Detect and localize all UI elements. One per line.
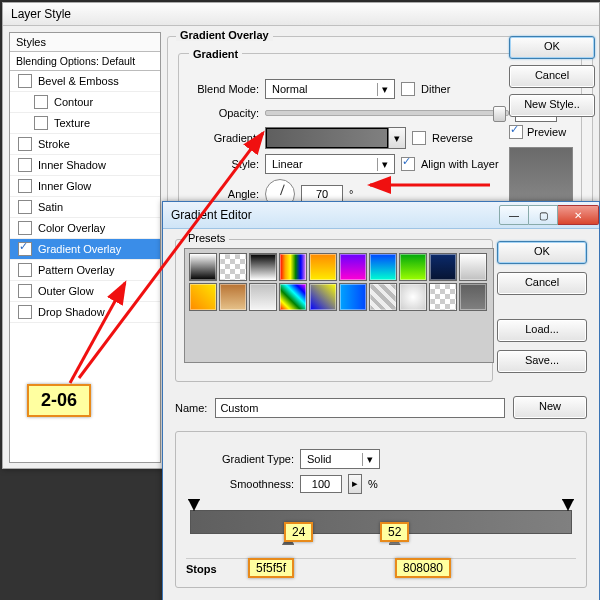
callout-step: 2-06 [27, 384, 91, 417]
opacity-stop-right[interactable] [562, 499, 574, 511]
style-row-satin[interactable]: Satin [10, 197, 160, 218]
style-row-inner-shadow[interactable]: Inner Shadow [10, 155, 160, 176]
ok-button[interactable]: OK [509, 36, 595, 59]
gradient-picker[interactable]: ▾ [265, 127, 406, 149]
opacity-stop-left[interactable] [188, 499, 200, 511]
callout-color1: 5f5f5f [248, 558, 294, 578]
gradient-editor-title: Gradient Editor [171, 208, 252, 222]
dither-checkbox[interactable] [401, 82, 415, 96]
preset-swatch[interactable] [279, 283, 307, 311]
style-row-gradient-overlay[interactable]: Gradient Overlay [10, 239, 160, 260]
style-checkbox[interactable] [34, 116, 48, 130]
style-label: Outer Glow [38, 285, 94, 297]
preset-swatch[interactable] [309, 253, 337, 281]
gradient-type-dropdown[interactable]: Solid▾ [300, 449, 380, 469]
load-button[interactable]: Load... [497, 319, 587, 342]
subgroup-legend: Gradient [189, 48, 242, 60]
preset-swatch[interactable] [369, 283, 397, 311]
style-row-bevel-emboss[interactable]: Bevel & Emboss [10, 71, 160, 92]
preset-swatch[interactable] [189, 283, 217, 311]
preset-swatch[interactable] [429, 283, 457, 311]
preset-swatch[interactable] [309, 283, 337, 311]
preset-swatch[interactable] [429, 253, 457, 281]
smoothness-field[interactable]: 100 [300, 475, 342, 493]
style-label: Bevel & Emboss [38, 75, 119, 87]
save-button[interactable]: Save... [497, 350, 587, 373]
gradient-name-input[interactable]: Custom [215, 398, 505, 418]
style-checkbox[interactable] [18, 242, 32, 256]
callout-pos2: 52 [380, 522, 409, 542]
style-checkbox[interactable] [18, 284, 32, 298]
style-label: Drop Shadow [38, 306, 105, 318]
preset-swatch[interactable] [339, 253, 367, 281]
deg-label: ° [349, 188, 353, 200]
preset-swatch[interactable] [339, 283, 367, 311]
style-label: Style: [187, 158, 259, 170]
style-row-pattern-overlay[interactable]: Pattern Overlay [10, 260, 160, 281]
opacity-slider[interactable] [265, 110, 509, 116]
maximize-button[interactable]: ▢ [529, 205, 558, 225]
blendmode-label: Blend Mode: [187, 83, 259, 95]
blendmode-dropdown[interactable]: Normal▾ [265, 79, 395, 99]
style-label: Contour [54, 96, 93, 108]
reverse-label: Reverse [432, 132, 473, 144]
style-label: Inner Glow [38, 180, 91, 192]
style-checkbox[interactable] [18, 221, 32, 235]
chevron-down-icon[interactable]: ▾ [388, 128, 405, 148]
style-checkbox[interactable] [18, 137, 32, 151]
new-style-button[interactable]: New Style.. [509, 94, 595, 117]
pct-label: % [368, 478, 378, 490]
preset-swatch[interactable] [249, 253, 277, 281]
preset-swatch[interactable] [249, 283, 277, 311]
style-checkbox[interactable] [18, 179, 32, 193]
style-checkbox[interactable] [34, 95, 48, 109]
style-row-color-overlay[interactable]: Color Overlay [10, 218, 160, 239]
ok-button[interactable]: OK [497, 241, 587, 264]
smoothness-label: Smoothness: [186, 478, 294, 490]
minimize-button[interactable]: — [499, 205, 529, 225]
smoothness-flyout-icon[interactable]: ▸ [348, 474, 362, 494]
align-checkbox[interactable] [401, 157, 415, 171]
gradient-type-label: Gradient Type: [186, 453, 294, 465]
align-label: Align with Layer [421, 158, 499, 170]
preset-swatch[interactable] [459, 253, 487, 281]
reverse-checkbox[interactable] [412, 131, 426, 145]
cancel-button[interactable]: Cancel [509, 65, 595, 88]
style-checkbox[interactable] [18, 200, 32, 214]
preset-swatch[interactable] [399, 283, 427, 311]
chevron-down-icon: ▾ [377, 158, 392, 171]
style-checkbox[interactable] [18, 263, 32, 277]
preset-swatch[interactable] [459, 283, 487, 311]
style-row-texture[interactable]: Texture [10, 113, 160, 134]
preset-grid[interactable] [184, 248, 494, 363]
preset-swatch[interactable] [219, 253, 247, 281]
style-label: Color Overlay [38, 222, 105, 234]
dither-label: Dither [421, 83, 450, 95]
presets-group: Presets [175, 239, 493, 382]
gradient-swatch [266, 128, 388, 148]
style-row-stroke[interactable]: Stroke [10, 134, 160, 155]
preview-checkbox[interactable] [509, 125, 523, 139]
style-row-drop-shadow[interactable]: Drop Shadow [10, 302, 160, 323]
style-checkbox[interactable] [18, 158, 32, 172]
gradient-style-dropdown[interactable]: Linear▾ [265, 154, 395, 174]
cancel-button[interactable]: Cancel [497, 272, 587, 295]
preset-swatch[interactable] [279, 253, 307, 281]
close-button[interactable]: ✕ [558, 205, 599, 225]
stops-legend: Stops [186, 558, 576, 575]
gradient-type-group: Gradient Type: Solid▾ Smoothness: 100 ▸ … [175, 431, 587, 588]
style-row-outer-glow[interactable]: Outer Glow [10, 281, 160, 302]
style-row-inner-glow[interactable]: Inner Glow [10, 176, 160, 197]
style-checkbox[interactable] [18, 305, 32, 319]
opacity-label: Opacity: [187, 107, 259, 119]
preset-swatch[interactable] [189, 253, 217, 281]
styles-header[interactable]: Styles [10, 33, 160, 52]
group-legend: Gradient Overlay [176, 29, 273, 41]
preset-swatch[interactable] [399, 253, 427, 281]
preset-swatch[interactable] [369, 253, 397, 281]
blending-options-row[interactable]: Blending Options: Default [10, 52, 160, 71]
style-checkbox[interactable] [18, 74, 32, 88]
style-row-contour[interactable]: Contour [10, 92, 160, 113]
preset-swatch[interactable] [219, 283, 247, 311]
new-gradient-button[interactable]: New [513, 396, 587, 419]
